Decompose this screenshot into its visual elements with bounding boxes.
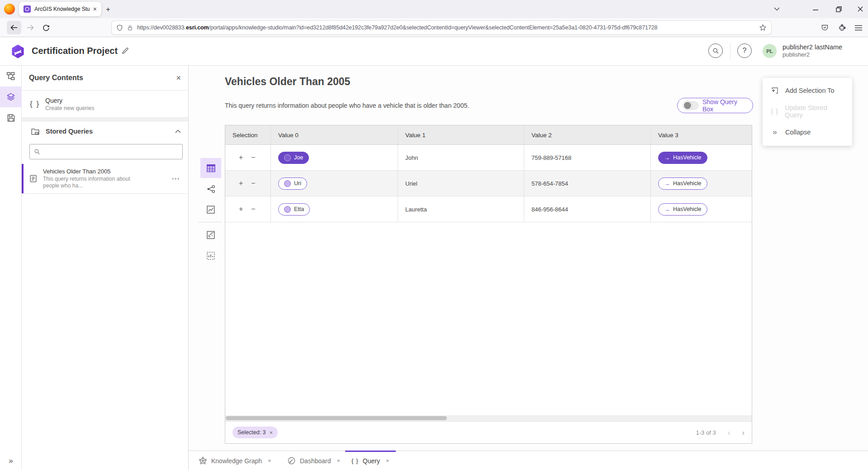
extensions-puzzle-icon[interactable] (835, 21, 849, 34)
item-options-ellipsis-icon[interactable]: ··· (169, 175, 183, 182)
stored-queries-search[interactable] (29, 144, 183, 159)
menu-item-collapse[interactable]: » Collapse (763, 122, 852, 143)
clear-selection-icon[interactable]: × (270, 429, 273, 436)
search-input[interactable] (44, 149, 178, 155)
chevron-up-icon[interactable] (175, 129, 181, 133)
relationship-pill[interactable]: →HasVehicle (658, 152, 707, 164)
new-tab-button[interactable]: + (103, 5, 113, 14)
table-view-button[interactable] (200, 158, 221, 178)
stored-query-description: This query returns information aboutpeop… (43, 176, 169, 189)
window-minimize-button[interactable] (808, 2, 823, 16)
section-divider (22, 118, 188, 121)
user-info[interactable]: publisher2 lastName publisher2 (783, 43, 857, 58)
prev-page-button[interactable]: ‹ (728, 429, 730, 436)
search-icon (34, 149, 40, 155)
lock-icon[interactable] (127, 24, 133, 31)
firefox-logo-icon[interactable] (4, 4, 15, 14)
forward-button[interactable] (23, 21, 38, 34)
data-model-rail-button[interactable] (0, 66, 22, 86)
add-selection-button[interactable]: + (239, 180, 243, 187)
entity-dot-icon (284, 180, 291, 187)
expand-rail-button[interactable]: » (0, 455, 22, 467)
entity-pill[interactable]: Uri (278, 177, 307, 190)
column-header-value1[interactable]: Value 1 (398, 125, 524, 144)
remove-selection-button[interactable]: − (251, 206, 255, 213)
user-name: publisher2 lastName (783, 43, 857, 51)
selection-view-button[interactable] (200, 246, 221, 266)
tab-list-chevron-icon[interactable] (769, 2, 784, 16)
edit-title-pencil-icon[interactable] (121, 47, 129, 57)
tab-close-icon[interactable]: × (386, 457, 389, 464)
url-bar[interactable]: https://dev0028833.esri.com/portal/apps/… (112, 21, 771, 34)
cell-value1: Lauretta (405, 206, 427, 213)
tab-dashboard[interactable]: Dashboard × (287, 451, 340, 470)
show-query-box-toggle[interactable]: Show Query Box (677, 98, 753, 113)
column-header-value2[interactable]: Value 2 (524, 125, 651, 144)
tab-close-icon[interactable]: × (268, 457, 271, 464)
browser-tab[interactable]: ArcGIS Knowledge Studio × (19, 2, 101, 16)
chart-view-button[interactable] (200, 200, 221, 220)
table-row[interactable]: + − Uri Uriel 578-654-7854 →HasVehicle (225, 171, 752, 197)
next-page-button[interactable]: › (742, 429, 745, 436)
pagination: 1-3 of 3 ‹ › (696, 429, 745, 436)
content-tab-bar: Knowledge Graph × Dashboard × { } Query … (189, 451, 868, 470)
query-create-item[interactable]: { } Query Create new queries (22, 91, 188, 118)
stored-query-item[interactable]: Vehicles Older Than 2005 This query retu… (22, 164, 188, 194)
cell-value2: 759-889-57168 (531, 154, 571, 161)
tab-query[interactable]: { } Query × (351, 451, 389, 470)
column-header-value3[interactable]: Value 3 (651, 125, 752, 144)
user-avatar[interactable]: PL (763, 44, 777, 58)
map-view-button[interactable] (200, 225, 221, 245)
page-description: This query returns information about peo… (225, 102, 469, 109)
pocket-icon[interactable] (817, 21, 832, 34)
entity-pill[interactable]: Joe (278, 152, 309, 164)
page-title: Vehicles Older Than 2005 (225, 76, 350, 88)
bookmark-star-icon[interactable] (759, 24, 767, 31)
relationship-pill[interactable]: →HasVehicle (658, 203, 707, 216)
braces-icon: { } (30, 100, 45, 109)
layers-rail-button[interactable] (0, 86, 22, 107)
search-button[interactable] (708, 43, 723, 58)
stored-queries-label: Stored Queries (46, 128, 175, 135)
add-selection-button[interactable]: + (239, 154, 243, 161)
project-title: Certification Project (32, 46, 118, 56)
query-results-table: Selection Value 0 Value 1 Value 2 Value … (225, 125, 752, 444)
reload-button[interactable] (39, 21, 53, 34)
table-row[interactable]: + − Joe John 759-889-57168 →HasVehicle (225, 145, 752, 171)
add-selection-button[interactable]: + (239, 206, 243, 213)
remove-selection-button[interactable]: − (251, 154, 255, 161)
collapse-chevrons-icon: » (770, 128, 779, 137)
toggle-switch[interactable] (683, 101, 698, 110)
entity-dot-icon (284, 154, 291, 161)
stored-queries-header[interactable]: Stored Queries (22, 121, 188, 141)
window-close-button[interactable] (853, 2, 868, 16)
column-header-value0[interactable]: Value 0 (271, 125, 398, 144)
hamburger-menu-icon[interactable] (851, 21, 866, 34)
entity-pill[interactable]: Etta (278, 203, 310, 216)
relationship-pill[interactable]: →HasVehicle (658, 177, 707, 190)
menu-item-add-selection-to[interactable]: Add Selection To (763, 80, 852, 101)
back-button[interactable] (7, 21, 21, 34)
tab-knowledge-graph[interactable]: Knowledge Graph × (199, 451, 271, 470)
remove-selection-button[interactable]: − (251, 180, 255, 187)
tracking-shield-icon[interactable] (116, 24, 123, 32)
add-selection-icon (770, 86, 779, 95)
panel-close-icon[interactable]: × (176, 73, 181, 83)
menu-item-update-stored-query[interactable]: { } Update Stored Query (763, 101, 852, 122)
help-button[interactable]: ? (737, 43, 752, 58)
link-chart-view-button[interactable] (200, 179, 221, 199)
query-item-title: Query (45, 96, 94, 105)
scrollbar-thumb[interactable] (226, 416, 447, 420)
tab-close-icon[interactable]: × (93, 5, 97, 13)
selected-count-label: Selected: 3 (237, 429, 266, 436)
selected-count-chip[interactable]: Selected: 3 × (232, 427, 278, 438)
window-restore-button[interactable] (831, 2, 846, 16)
cell-value2: 578-654-7854 (531, 180, 568, 187)
horizontal-scrollbar[interactable] (225, 415, 752, 421)
column-header-selection[interactable]: Selection (225, 125, 271, 144)
table-row[interactable]: + − Etta Lauretta 846-956-8644 →HasVehic… (225, 197, 752, 222)
save-rail-button[interactable] (0, 107, 22, 128)
user-subtitle: publisher2 (783, 51, 857, 58)
tab-close-icon[interactable]: × (337, 457, 341, 464)
browser-window: ArcGIS Knowledge Studio × + https://dev0… (0, 0, 868, 470)
